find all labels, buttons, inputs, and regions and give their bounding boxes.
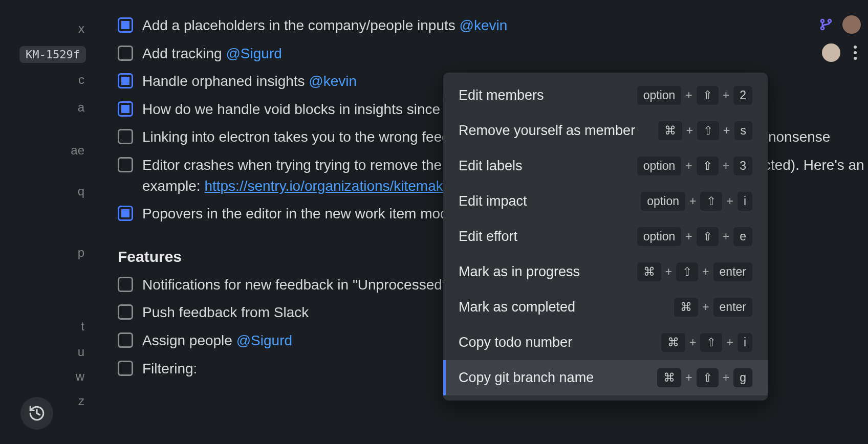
key: ⌘ xyxy=(658,121,682,140)
key: ⌘ xyxy=(661,333,685,352)
checkbox[interactable] xyxy=(118,17,133,33)
plus: + xyxy=(689,336,696,349)
mention[interactable]: @kevin xyxy=(309,73,357,89)
context-menu: Edit membersoption+⇧+2Remove yourself as… xyxy=(443,73,768,401)
plus: + xyxy=(726,336,733,349)
gutter-key: t xyxy=(81,319,84,334)
history-button[interactable] xyxy=(20,397,53,430)
gutter-key: x xyxy=(78,21,84,36)
menu-item-label: Mark as in progress xyxy=(459,264,580,280)
avatar[interactable] xyxy=(842,15,861,34)
key: ⇧ xyxy=(697,86,719,105)
plus: + xyxy=(685,88,692,102)
key: i xyxy=(737,333,752,352)
history-icon xyxy=(28,405,46,422)
checkbox[interactable] xyxy=(118,73,133,88)
key: ⇧ xyxy=(700,333,722,352)
gutter-key: w xyxy=(76,369,84,384)
checkbox[interactable] xyxy=(118,129,133,144)
menu-item-label: Remove yourself as member xyxy=(459,123,635,139)
key: option xyxy=(637,157,682,175)
checkbox[interactable] xyxy=(118,157,133,172)
keyboard-shortcut: ⌘+⇧+s xyxy=(658,121,752,140)
mention[interactable]: @kevin xyxy=(460,17,508,33)
menu-item-label: Mark as completed xyxy=(459,299,575,315)
checkbox[interactable] xyxy=(118,361,133,376)
key: ⇧ xyxy=(676,262,698,281)
item-id-badge[interactable]: KM-1529f xyxy=(19,46,86,63)
gutter-key: q xyxy=(78,184,84,198)
key: i xyxy=(737,192,752,211)
row-extras xyxy=(822,43,868,62)
checkbox[interactable] xyxy=(118,206,133,221)
task-text: Add a placeholders in the company/people… xyxy=(142,15,810,36)
plus: + xyxy=(723,124,730,138)
key: g xyxy=(733,368,752,387)
plus: + xyxy=(689,194,696,208)
menu-item[interactable]: Edit membersoption+⇧+2 xyxy=(443,78,768,113)
menu-item[interactable]: Copy git branch name⌘+⇧+g xyxy=(443,360,768,395)
checkbox[interactable] xyxy=(118,46,133,61)
key: ⇧ xyxy=(697,227,719,246)
more-button[interactable] xyxy=(850,46,861,60)
menu-item[interactable]: Edit effortoption+⇧+e xyxy=(443,219,768,254)
menu-item[interactable]: Copy todo number⌘+⇧+i xyxy=(443,325,768,360)
key: ⇧ xyxy=(697,157,719,175)
key: option xyxy=(641,192,685,211)
menu-item[interactable]: Remove yourself as member⌘+⇧+s xyxy=(443,113,768,148)
menu-item-label: Edit impact xyxy=(459,193,527,209)
mention[interactable]: @Sigurd xyxy=(236,332,292,348)
menu-item-label: Copy todo number xyxy=(459,335,572,350)
list-item[interactable]: Add tracking @Sigurd xyxy=(118,43,868,64)
menu-item-label: Edit labels xyxy=(459,158,523,174)
plus: + xyxy=(702,300,709,314)
keyboard-shortcut: ⌘+enter xyxy=(674,298,752,317)
plus: + xyxy=(726,194,733,208)
checkbox[interactable] xyxy=(118,304,133,320)
menu-item-label: Edit members xyxy=(459,87,544,103)
menu-item[interactable]: Mark as completed⌘+enter xyxy=(443,290,768,325)
key: enter xyxy=(713,298,752,317)
checkbox[interactable] xyxy=(118,277,133,292)
menu-item[interactable]: Mark as in progress⌘+⇧+enter xyxy=(443,254,768,290)
plus: + xyxy=(686,124,693,138)
gutter-key: p xyxy=(78,246,84,260)
avatar[interactable] xyxy=(822,43,840,62)
key: ⇧ xyxy=(697,368,719,387)
key: ⇧ xyxy=(700,192,722,211)
key: ⇧ xyxy=(697,121,719,140)
keyboard-shortcut: option+⇧+2 xyxy=(637,86,752,105)
key: ⌘ xyxy=(637,262,661,281)
plus: + xyxy=(702,265,709,279)
key: option xyxy=(637,227,682,246)
plus: + xyxy=(723,159,729,173)
menu-item[interactable]: Edit impactoption+⇧+i xyxy=(443,184,768,219)
keyboard-shortcut: option+⇧+3 xyxy=(637,157,752,175)
git-branch-icon[interactable] xyxy=(819,17,833,32)
key: enter xyxy=(713,262,752,281)
keyboard-shortcut: option+⇧+i xyxy=(641,192,752,211)
row-extras xyxy=(819,15,868,34)
key: e xyxy=(733,227,752,246)
keyboard-shortcut: ⌘+⇧+i xyxy=(661,333,752,352)
list-item[interactable]: Add a placeholders in the company/people… xyxy=(118,15,868,36)
menu-item[interactable]: Edit labelsoption+⇧+3 xyxy=(443,148,768,184)
plus: + xyxy=(723,371,729,385)
menu-item-label: Copy git branch name xyxy=(459,370,594,386)
checkbox[interactable] xyxy=(118,332,133,348)
plus: + xyxy=(723,88,729,102)
checkbox[interactable] xyxy=(118,101,133,117)
gutter-key: ae xyxy=(71,143,84,158)
mention[interactable]: @Sigurd xyxy=(226,46,281,61)
key: s xyxy=(734,121,753,140)
gutter-key: c xyxy=(78,73,84,87)
keyboard-shortcut: option+⇧+e xyxy=(637,227,752,246)
plus: + xyxy=(685,230,692,243)
keyboard-shortcut: ⌘+⇧+enter xyxy=(637,262,752,281)
plus: + xyxy=(685,159,692,173)
gutter: xcaaeqptuwzKM-1529f xyxy=(0,0,100,444)
key: 2 xyxy=(733,86,752,105)
gutter-key: a xyxy=(78,100,84,115)
task-text: Add tracking @Sigurd xyxy=(142,43,813,64)
key: 3 xyxy=(733,157,752,175)
